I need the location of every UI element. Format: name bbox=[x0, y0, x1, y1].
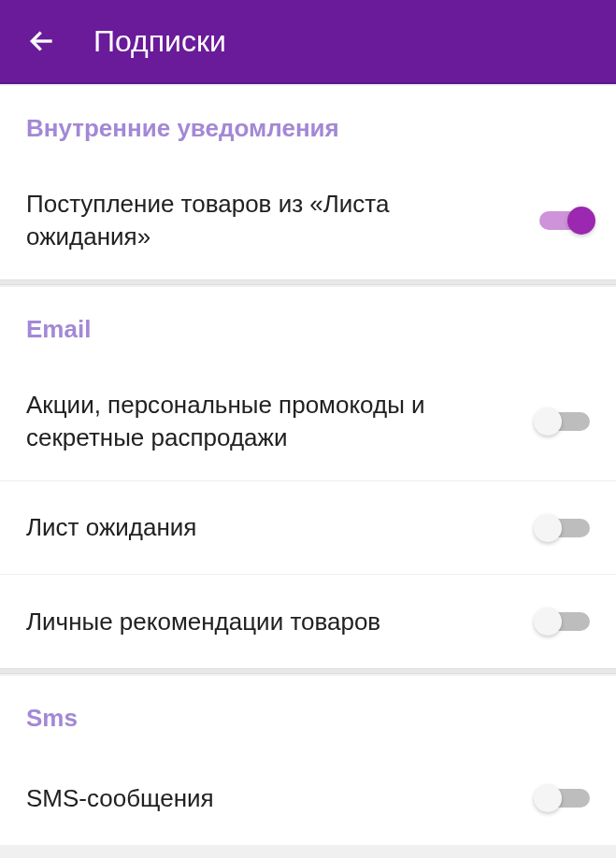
section-divider bbox=[0, 279, 616, 285]
setting-label: Поступление товаров из «Листа ожидания» bbox=[26, 188, 539, 253]
setting-row-waitlist-arrival: Поступление товаров из «Листа ожидания» bbox=[0, 162, 616, 279]
setting-label: SMS-сообщения bbox=[26, 782, 539, 815]
section-header-email: Email bbox=[0, 287, 616, 363]
toggle-thumb bbox=[567, 207, 595, 235]
toggle-waitlist-arrival[interactable] bbox=[539, 211, 590, 230]
toggle-sms-messages[interactable] bbox=[539, 789, 590, 808]
toggle-thumb bbox=[534, 608, 562, 636]
back-button[interactable] bbox=[19, 18, 65, 64]
section-divider bbox=[0, 668, 616, 674]
setting-row-sms-messages: SMS-сообщения bbox=[0, 751, 616, 845]
toggle-email-waitlist[interactable] bbox=[539, 519, 590, 537]
setting-row-email-waitlist: Лист ожидания bbox=[0, 481, 616, 575]
setting-row-email-recommendations: Личные рекомендации товаров bbox=[0, 575, 616, 668]
page-title: Подписки bbox=[93, 24, 226, 59]
toggle-email-recommendations[interactable] bbox=[539, 612, 590, 631]
app-header: Подписки bbox=[0, 0, 616, 84]
section-sms: Sms SMS-сообщения bbox=[0, 676, 616, 845]
toggle-thumb bbox=[534, 408, 562, 436]
arrow-left-icon bbox=[27, 26, 57, 56]
section-internal-notifications: Внутренние уведомления Поступление товар… bbox=[0, 86, 616, 279]
toggle-email-promo[interactable] bbox=[539, 412, 590, 431]
toggle-thumb bbox=[534, 784, 562, 812]
setting-row-email-promo: Акции, персональные промокоды и секретны… bbox=[0, 363, 616, 481]
section-header-internal: Внутренние уведомления bbox=[0, 86, 616, 162]
toggle-thumb bbox=[534, 514, 562, 542]
setting-label: Акции, персональные промокоды и секретны… bbox=[26, 389, 539, 454]
setting-label: Лист ожидания bbox=[26, 511, 539, 544]
setting-label: Личные рекомендации товаров bbox=[26, 606, 539, 638]
section-header-sms: Sms bbox=[0, 676, 616, 751]
section-email: Email Акции, персональные промокоды и се… bbox=[0, 287, 616, 668]
